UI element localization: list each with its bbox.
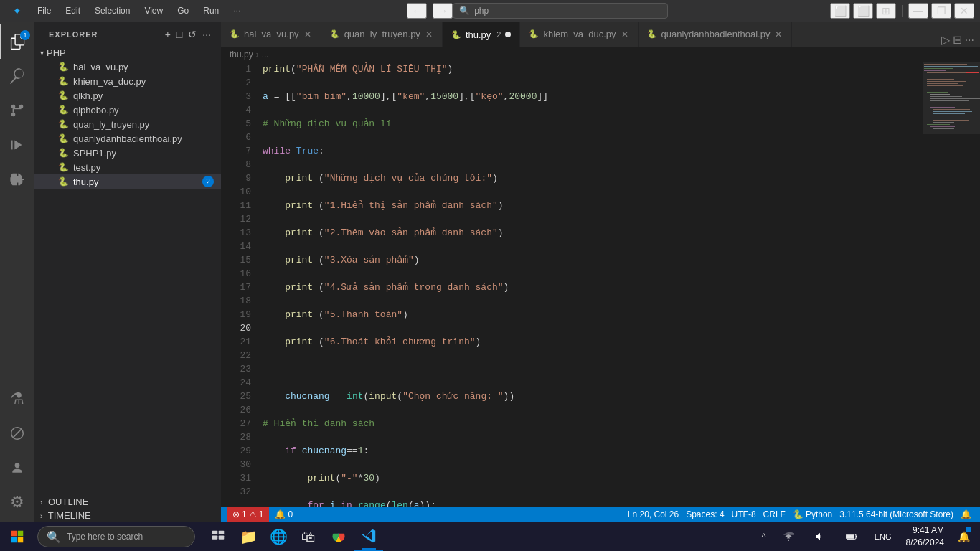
sidebar-item-extensions[interactable]	[0, 162, 34, 197]
file-name: quanlydanhbadienthoai.py	[73, 133, 182, 144]
outline-label: OUTLINE	[48, 496, 88, 507]
breadcrumb-file[interactable]: thu.py	[230, 50, 253, 60]
sidebar-item-run[interactable]	[0, 128, 34, 162]
file-item-quanly-danh-ba[interactable]: 🐍 quanlydanhbadienthoai.py	[34, 131, 221, 146]
tab-close-button[interactable]: ✕	[425, 29, 433, 40]
file-item-quan-ly-truyen[interactable]: 🐍 quan_ly_truyen.py	[34, 117, 221, 131]
taskbar-clock[interactable]: 9:41 AM 8/26/2024	[900, 524, 950, 549]
layout-split-button[interactable]: ⬜	[853, 3, 873, 19]
title-bar-left: ✦ File Edit Selection View Go Run ···	[0, 0, 250, 22]
file-item-hai-va-vu[interactable]: 🐍 hai_va_vu.py	[34, 60, 221, 74]
taskbar-notification-button[interactable]: 🔔	[953, 522, 974, 551]
menu-file[interactable]: File	[33, 4, 55, 17]
svg-point-0	[11, 113, 16, 117]
file-item-test[interactable]: 🐍 test.py	[34, 160, 221, 174]
status-python-icon[interactable]: 🐍 Python	[790, 509, 835, 519]
menu-run[interactable]: Run	[199, 4, 223, 17]
svg-rect-53	[856, 536, 857, 538]
status-line-ending[interactable]: CRLF	[760, 509, 788, 519]
status-errors[interactable]: ⊗ 1 ⚠ 1	[227, 507, 269, 522]
status-no-problems[interactable]: 🔔 0	[272, 509, 296, 519]
sidebar-item-settings[interactable]: ⚙	[0, 485, 34, 519]
svg-point-6	[15, 463, 20, 468]
minimize-button[interactable]: —	[908, 3, 928, 19]
forward-button[interactable]: →	[433, 3, 453, 19]
file-item-qlkh[interactable]: 🐍 qlkh.py	[34, 88, 221, 103]
timeline-section[interactable]: › TIMELINE	[34, 509, 221, 522]
status-position[interactable]: Ln 20, Col 26	[625, 509, 682, 519]
tab-thu[interactable]: 🐍 thu.py 2	[443, 22, 521, 47]
store-taskbar-icon[interactable]: 🛍	[294, 522, 323, 551]
maximize-button[interactable]: ❐	[931, 3, 951, 19]
sidebar-item-account[interactable]	[0, 451, 34, 485]
vscode-taskbar-active-icon[interactable]	[354, 522, 383, 551]
layout-grid-button[interactable]: ⊞	[876, 3, 896, 19]
menu-more[interactable]: ···	[229, 4, 245, 17]
task-view-icon[interactable]	[204, 522, 232, 551]
status-encoding[interactable]: UTF-8	[729, 509, 759, 519]
back-button[interactable]: ←	[407, 3, 427, 19]
sidebar-header: EXPLORER + □ ↺ ···	[34, 22, 221, 44]
sidebar-bottom: › OUTLINE › TIMELINE	[34, 495, 221, 522]
title-search-box[interactable]: 🔍 php	[453, 3, 668, 19]
sidebar-item-search[interactable]	[0, 59, 34, 93]
tab-file-icon: 🐍	[451, 30, 461, 39]
tab-hai-va-vu[interactable]: 🐍 hai_va_vu.py ✕	[221, 22, 321, 47]
tabs-more-button[interactable]: ···	[965, 34, 974, 47]
menu-go[interactable]: Go	[173, 4, 193, 17]
file-item-sphp1[interactable]: 🐍 SPHP1.py	[34, 146, 221, 160]
tab-close-button[interactable]: ✕	[621, 29, 629, 40]
keyboard-layout-icon[interactable]: ENG	[869, 522, 897, 551]
timeline-chevron-icon: ›	[40, 512, 42, 520]
python-file-icon: 🐍	[57, 90, 69, 101]
file-name: qlkh.py	[73, 90, 103, 101]
volume-icon[interactable]	[806, 522, 834, 551]
close-button[interactable]: ✕	[954, 3, 974, 19]
battery-icon[interactable]	[837, 522, 866, 551]
php-section-header[interactable]: ▾ PHP	[34, 46, 221, 60]
split-editor-button[interactable]: ⊟	[953, 33, 962, 47]
tab-close-button[interactable]: ✕	[774, 29, 783, 40]
code-editor[interactable]: 12345 678910 1112131415 1617181920 21222…	[221, 62, 980, 507]
taskbar-search-box[interactable]: 🔍 Type here to search	[37, 526, 195, 547]
tab-close-button[interactable]: ✕	[303, 29, 312, 40]
sidebar-title: EXPLORER	[49, 30, 98, 39]
edge-taskbar-icon[interactable]: 🌐	[264, 522, 293, 551]
run-file-button[interactable]: ▷	[941, 33, 950, 47]
menu-view[interactable]: View	[140, 4, 167, 17]
explorer-badge: 1	[20, 30, 30, 40]
status-spaces[interactable]: Spaces: 4	[683, 509, 727, 519]
file-item-khiem-va-duc[interactable]: 🐍 khiem_va_duc.py	[34, 74, 221, 88]
tabs-actions: ▷ ⊟ ···	[936, 33, 980, 47]
outline-section[interactable]: › OUTLINE	[34, 495, 221, 509]
network-icon[interactable]	[774, 522, 803, 551]
layout-toggle-button[interactable]: ⬜	[830, 3, 850, 19]
new-folder-button[interactable]: □	[175, 27, 184, 42]
refresh-explorer-button[interactable]: ↺	[187, 27, 198, 42]
chrome-taskbar-icon[interactable]	[324, 522, 353, 551]
breadcrumb-rest: ...	[262, 50, 269, 60]
code-content[interactable]: print("PHẦN MỀM QUẢN LÍ SIÊU THỊ") a = […	[257, 62, 923, 507]
menu-selection[interactable]: Selection	[90, 4, 134, 17]
sidebar-item-testing[interactable]: ⚗	[0, 382, 34, 416]
file-item-qlphobo[interactable]: 🐍 qlphobo.py	[34, 103, 221, 117]
tab-khiem-va-duc[interactable]: 🐍 khiem_va_duc.py ✕	[520, 22, 638, 47]
file-explorer-taskbar-icon[interactable]: 📁	[234, 522, 263, 551]
systray-expand-icon[interactable]: ^	[757, 522, 771, 551]
new-file-button[interactable]: +	[164, 27, 172, 42]
svg-rect-54	[847, 534, 854, 538]
start-button[interactable]	[0, 522, 34, 551]
menu-edit[interactable]: Edit	[61, 4, 85, 17]
activity-bar: 1 ⚗ ⚙	[0, 22, 34, 522]
status-version[interactable]: 3.11.5 64-bit (Microsoft Store)	[837, 509, 956, 519]
tab-dirty-indicator	[505, 32, 511, 37]
status-notifications[interactable]: 🔔	[958, 509, 974, 519]
sidebar-item-source-control[interactable]	[0, 93, 34, 128]
collapse-all-button[interactable]: ···	[201, 27, 212, 42]
sidebar-item-remote[interactable]	[0, 416, 34, 451]
breadcrumb-separator: ›	[256, 50, 259, 60]
tab-quan-ly-truyen[interactable]: 🐍 quan_ly_truyen.py ✕	[321, 22, 443, 47]
sidebar-item-explorer[interactable]: 1	[0, 24, 34, 59]
file-item-thu[interactable]: 🐍 thu.py 2	[34, 174, 221, 189]
tab-quanly-danhba[interactable]: 🐍 quanlydanhbadienthoai.py ✕	[639, 22, 793, 47]
